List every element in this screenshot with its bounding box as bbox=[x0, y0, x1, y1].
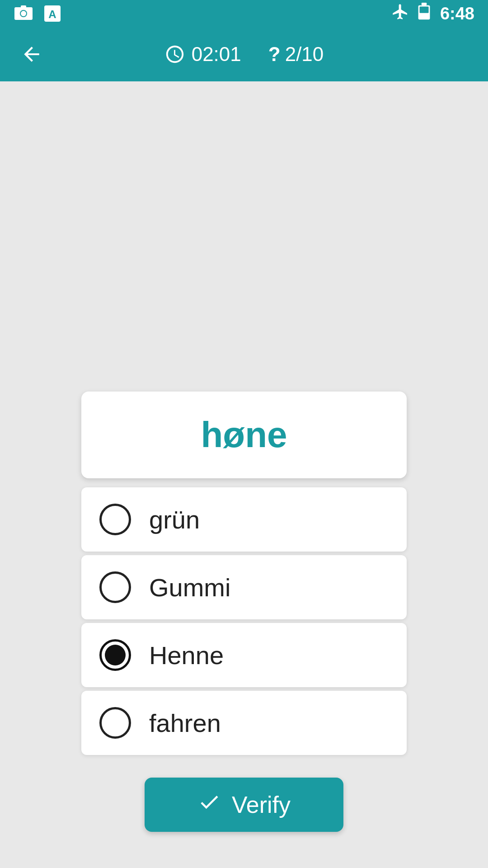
timer-display: 02:01 bbox=[164, 43, 241, 66]
text-icon: A bbox=[42, 4, 62, 24]
svg-rect-3 bbox=[21, 5, 26, 8]
question-mark-icon: ? bbox=[268, 43, 281, 66]
checkmark-icon bbox=[197, 790, 221, 819]
back-button[interactable] bbox=[14, 36, 50, 72]
verify-button[interactable]: Verify bbox=[145, 778, 343, 832]
airplane-icon bbox=[391, 3, 409, 25]
status-icons-left: A bbox=[14, 4, 62, 24]
svg-rect-8 bbox=[422, 3, 427, 5]
question-word: høne bbox=[201, 414, 287, 456]
status-icons-right: 6:48 bbox=[391, 3, 474, 25]
clock-icon bbox=[164, 44, 185, 65]
photo-icon bbox=[14, 4, 33, 24]
battery-icon bbox=[417, 3, 433, 25]
options-container: grün Gummi Henne fahren bbox=[81, 487, 407, 755]
option-3-text: Henne bbox=[149, 641, 224, 670]
option-1-text: grün bbox=[149, 505, 200, 534]
radio-option-4 bbox=[99, 707, 131, 739]
option-2-text: Gummi bbox=[149, 573, 230, 602]
question-progress-value: 2/10 bbox=[285, 43, 324, 66]
nav-info: 02:01 ? 2/10 bbox=[164, 43, 324, 66]
option-4-text: fahren bbox=[149, 708, 221, 738]
svg-rect-7 bbox=[420, 6, 429, 13]
option-1[interactable]: grün bbox=[81, 487, 407, 552]
svg-point-2 bbox=[21, 11, 26, 16]
radio-option-3 bbox=[99, 639, 131, 671]
verify-label: Verify bbox=[232, 791, 291, 818]
option-3[interactable]: Henne bbox=[81, 623, 407, 687]
svg-text:A: A bbox=[48, 8, 56, 20]
nav-bar: 02:01 ? 2/10 bbox=[0, 27, 488, 81]
question-progress: ? 2/10 bbox=[268, 43, 324, 66]
time-display: 6:48 bbox=[440, 4, 474, 24]
quiz-container: høne grün Gummi Henne fahren bbox=[81, 392, 407, 832]
radio-option-1 bbox=[99, 504, 131, 535]
option-4[interactable]: fahren bbox=[81, 691, 407, 755]
status-bar: A 6:48 bbox=[0, 0, 488, 27]
option-2[interactable]: Gummi bbox=[81, 555, 407, 619]
timer-value: 02:01 bbox=[192, 43, 241, 66]
radio-option-2 bbox=[99, 571, 131, 603]
main-content: høne grün Gummi Henne fahren bbox=[0, 81, 488, 868]
question-card: høne bbox=[81, 392, 407, 478]
